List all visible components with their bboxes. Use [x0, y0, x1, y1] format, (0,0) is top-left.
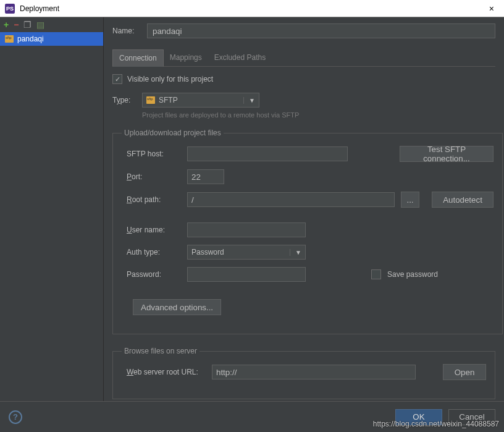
name-input[interactable] — [147, 23, 495, 38]
auth-value: Password — [191, 248, 224, 256]
browse-fieldset: Browse files on server Web server root U… — [112, 347, 495, 399]
add-icon[interactable]: + — [4, 20, 9, 29]
app-icon: PS — [5, 4, 15, 14]
tabs: Connection Mappings Excluded Paths — [112, 49, 495, 67]
visible-checkbox[interactable] — [112, 74, 122, 84]
name-label: Name: — [112, 27, 140, 35]
save-password-label: Save password — [387, 270, 438, 279]
url-input[interactable] — [212, 365, 416, 379]
type-label: Type: — [112, 96, 135, 104]
sidebar-item-pandaqi[interactable]: pandaqi — [0, 32, 103, 46]
type-hint: Project files are deployed to a remote h… — [142, 111, 495, 119]
help-button[interactable]: ? — [9, 410, 22, 424]
window-title: Deployment — [20, 4, 484, 13]
type-value: SFTP — [159, 96, 178, 104]
titlebar: PS Deployment × — [0, 0, 504, 17]
password-input[interactable] — [187, 267, 306, 282]
auth-type-label: Auth type: — [122, 248, 181, 256]
password-label: Password: — [122, 270, 181, 279]
sidebar-item-label: pandaqi — [17, 35, 44, 43]
tab-mappings[interactable]: Mappings — [164, 49, 208, 66]
save-password-checkbox[interactable] — [371, 269, 381, 279]
test-connection-button[interactable]: Test SFTP connection... — [400, 146, 494, 162]
type-select[interactable]: SFTP ▼ — [142, 93, 259, 108]
host-input[interactable] — [187, 146, 348, 161]
host-label: SFTP host: — [122, 150, 181, 158]
visible-label: Visible only for this project — [127, 75, 213, 83]
open-button[interactable]: Open — [443, 364, 486, 380]
browse-path-button[interactable]: ... — [401, 192, 419, 208]
root-path-input[interactable] — [187, 192, 395, 207]
content-panel: Name: Connection Mappings Excluded Paths… — [104, 17, 504, 407]
url-label: Web server root URL: — [122, 368, 206, 376]
watermark: https://blog.csdn.net/weixin_44088587 — [373, 420, 499, 428]
sftp-icon — [146, 96, 155, 104]
settings-icon[interactable]: ▤ — [36, 20, 44, 29]
auth-type-select[interactable]: Password ▼ — [187, 245, 306, 260]
upload-fieldset: Upload/download project files SFTP host:… — [112, 129, 503, 334]
browse-legend: Browse files on server — [122, 347, 200, 355]
remove-icon[interactable]: − — [14, 20, 19, 29]
close-icon[interactable]: × — [484, 4, 499, 14]
autodetect-button[interactable]: Autodetect — [432, 192, 494, 208]
username-input[interactable] — [187, 222, 306, 237]
sidebar: + − ❐ ▤ pandaqi — [0, 17, 104, 407]
upload-legend: Upload/download project files — [122, 129, 224, 137]
chevron-down-icon: ▼ — [290, 249, 301, 256]
advanced-options-button[interactable]: Advanced options... — [133, 299, 221, 315]
root-path-label: Root path: — [122, 195, 181, 204]
username-label: User name: — [122, 226, 181, 234]
sidebar-toolbar: + − ❐ ▤ — [0, 17, 103, 32]
copy-icon[interactable]: ❐ — [23, 20, 32, 29]
tab-connection[interactable]: Connection — [112, 49, 164, 67]
port-label: Port: — [122, 172, 181, 181]
tab-excluded-paths[interactable]: Excluded Paths — [208, 49, 272, 66]
port-input[interactable] — [187, 169, 224, 184]
chevron-down-icon: ▼ — [243, 97, 255, 104]
sftp-icon — [5, 35, 14, 43]
